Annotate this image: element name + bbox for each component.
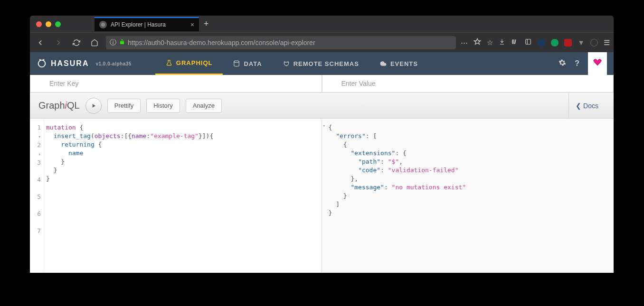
tab-remote-schemas[interactable]: REMOTE SCHEMAS: [273, 52, 369, 75]
window-close-button[interactable]: [36, 21, 42, 27]
hasura-tabs: GRAPHIQL DATA REMOTE SCHEMAS EVENTS: [155, 52, 428, 75]
url-input[interactable]: ⓘ https://auth0-hasura-demo.herokuapp.co…: [106, 36, 456, 49]
browser-tab[interactable]: API Explorer | Hasura ×: [95, 17, 199, 31]
tab-data-label: DATA: [244, 60, 262, 67]
library-icon[interactable]: [511, 38, 519, 46]
svg-point-6: [38, 60, 46, 67]
plug-icon: [283, 60, 290, 67]
database-icon: [233, 60, 240, 67]
tab-events[interactable]: EVENTS: [369, 52, 428, 75]
docs-label: Docs: [583, 102, 598, 110]
traffic-lights: [33, 21, 64, 27]
ext-icon-2[interactable]: [551, 39, 559, 46]
line-gutter: 1 ▾ 2 ▾ 3 4 5 6 7: [30, 119, 44, 273]
analyze-button[interactable]: Analyze: [186, 99, 222, 113]
back-button[interactable]: [34, 36, 47, 49]
svg-rect-4: [526, 39, 531, 45]
reload-button[interactable]: [70, 36, 83, 49]
settings-icon[interactable]: [559, 59, 566, 68]
ext-icon-3[interactable]: [564, 39, 572, 46]
tab-remote-schemas-label: REMOTE SCHEMAS: [294, 60, 359, 67]
toolbar-right-icons: ⋯ ☆ ▼ ☰: [461, 38, 610, 47]
docs-button[interactable]: ❮ Docs: [568, 93, 605, 118]
download-icon[interactable]: [499, 38, 505, 46]
hasura-logo[interactable]: HASURA v1.0.0-alpha35: [37, 58, 132, 69]
tab-graphiql[interactable]: GRAPHIQL: [155, 52, 223, 75]
result-code: { "errors": [ { "extensions": { "path": …: [329, 123, 607, 217]
ext-icon-4[interactable]: ▼: [578, 38, 585, 46]
window-maximize-button[interactable]: [55, 21, 61, 27]
graphiql-toolbar: GraphiQL Prettify History Analyze ❮ Docs: [30, 93, 614, 119]
cloud-icon: [380, 60, 387, 67]
hasura-brand-text: HASURA: [51, 59, 89, 68]
hasura-nav: HASURA v1.0.0-alpha35 GRAPHIQL DATA REMO…: [30, 52, 614, 75]
fold-icon[interactable]: ▾: [323, 123, 325, 128]
headers-row: [30, 75, 614, 93]
hasura-logo-icon: [37, 58, 47, 69]
window-minimize-button[interactable]: [46, 21, 51, 27]
svg-point-0: [101, 23, 105, 27]
tab-graphiql-label: GRAPHIQL: [176, 59, 213, 66]
ext-icon-5[interactable]: [590, 39, 598, 46]
tab-title: API Explorer | Hasura: [111, 21, 166, 28]
execute-button[interactable]: [85, 98, 102, 114]
prettify-button[interactable]: Prettify: [107, 99, 141, 113]
home-button[interactable]: [88, 36, 101, 49]
chevron-left-icon: ❮: [576, 102, 581, 110]
more-icon[interactable]: ⋯: [461, 38, 468, 47]
sidebar-icon[interactable]: [524, 38, 532, 46]
svg-rect-1: [512, 39, 513, 44]
url-bar: ⓘ https://auth0-hasura-demo.herokuapp.co…: [30, 32, 614, 52]
tab-close-icon[interactable]: ×: [190, 21, 194, 28]
header-key-input[interactable]: [30, 75, 322, 93]
menu-icon[interactable]: ☰: [604, 38, 610, 47]
query-code[interactable]: mutation { insert_tag(objects:[{name:"ex…: [44, 119, 322, 273]
heart-icon: [593, 59, 602, 69]
info-icon[interactable]: ⓘ: [110, 38, 116, 47]
svg-rect-3: [514, 39, 516, 44]
reader-icon[interactable]: [474, 38, 481, 47]
header-value-input[interactable]: [322, 75, 614, 93]
tab-bar: API Explorer | Hasura × +: [30, 16, 614, 32]
url-text: https://auth0-hasura-demo.herokuapp.com/…: [128, 39, 315, 46]
lock-icon: [119, 39, 125, 46]
tab-events-label: EVENTS: [390, 60, 418, 67]
history-button[interactable]: History: [146, 99, 180, 113]
new-tab-button[interactable]: +: [204, 19, 209, 29]
tab-data[interactable]: DATA: [223, 52, 272, 75]
editor-area: 1 ▾ 2 ▾ 3 4 5 6 7 mutation { insert_tag(…: [30, 119, 614, 273]
ext-icon-1[interactable]: [538, 39, 545, 46]
svg-rect-2: [513, 39, 514, 44]
tab-favicon-icon: [99, 21, 107, 28]
hasura-nav-right: ?: [559, 52, 607, 75]
browser-window: API Explorer | Hasura × + ⓘ https://auth…: [30, 16, 614, 273]
svg-point-7: [234, 61, 239, 63]
play-icon: [90, 102, 97, 109]
help-icon[interactable]: ?: [575, 59, 579, 68]
forward-button[interactable]: [52, 36, 65, 49]
result-pane[interactable]: ▾ { "errors": [ { "extensions": { "path"…: [322, 119, 614, 273]
flask-icon: [166, 60, 172, 66]
graphiql-brand: GraphiQL: [38, 100, 80, 111]
bookmark-star-icon[interactable]: ☆: [487, 38, 493, 47]
hasura-version: v1.0.0-alpha35: [95, 61, 131, 66]
query-editor[interactable]: 1 ▾ 2 ▾ 3 4 5 6 7 mutation { insert_tag(…: [30, 119, 322, 273]
heart-box[interactable]: [588, 52, 607, 75]
